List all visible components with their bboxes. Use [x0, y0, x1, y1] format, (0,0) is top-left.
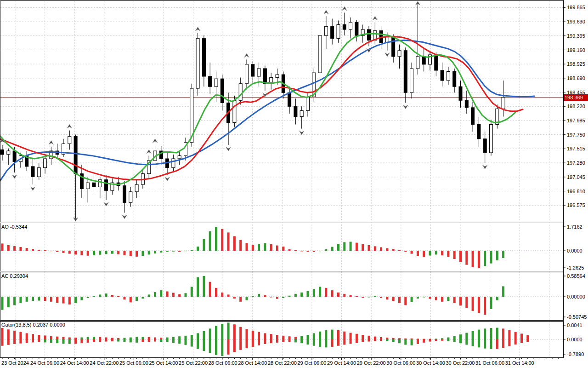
gator-upper-histogram-bar	[154, 338, 156, 340]
price-axis[interactable]: 199.865199.630199.395199.160198.925198.6…	[563, 5, 585, 208]
gator-upper-histogram-bar	[294, 337, 297, 339]
bear-candle-body	[471, 108, 475, 125]
gator-upper-histogram-bar	[404, 339, 407, 339]
ac-histogram-bar	[356, 296, 358, 297]
bull-candle-body	[300, 110, 303, 116]
ao-histogram-bar	[356, 243, 358, 251]
ac-histogram-bar	[13, 297, 16, 305]
bull-candle-body	[98, 180, 102, 187]
ac-indicator-label: AC 0.29304	[1, 273, 28, 279]
gator-lower-histogram-bar	[246, 339, 248, 348]
ao-histogram-bar	[350, 242, 352, 251]
gator-upper-histogram-bar	[26, 333, 28, 339]
gator-upper-histogram-bar	[264, 333, 266, 339]
bull-candle-body	[172, 159, 175, 168]
gator-upper-histogram-bar	[270, 334, 272, 339]
gator-upper-histogram-bar	[246, 329, 248, 339]
gator-upper-histogram-bar	[160, 338, 162, 339]
ao-histogram-bar	[197, 247, 199, 251]
gator-upper-histogram-bar	[514, 332, 517, 339]
bull-candle-body	[129, 192, 132, 203]
gator-upper-histogram-bar	[429, 339, 431, 339]
ao-histogram-bar	[392, 249, 395, 251]
ac-histogram-bar	[447, 297, 449, 301]
gator-upper-histogram-bar	[130, 338, 132, 340]
bear-candle-body	[453, 72, 456, 87]
time-tick-label: 31 Oct 06:00	[475, 360, 504, 366]
ac-histogram-bar	[478, 297, 480, 313]
ac-histogram-bar	[411, 297, 413, 302]
gator-upper-histogram-bar	[87, 337, 89, 340]
gator-lower-histogram-bar	[160, 339, 162, 342]
price-tick-label: 199.160	[567, 47, 585, 53]
ao-histogram-bar	[282, 247, 284, 251]
ac-histogram-bar	[56, 297, 58, 303]
ac-histogram-bar	[239, 297, 242, 302]
gator-lower-histogram-bar	[136, 339, 138, 343]
time-tick-label: 24 Oct 14:00	[60, 360, 89, 366]
ac-histogram-bar	[160, 290, 162, 297]
time-tick-label: 29 Oct 22:00	[357, 360, 386, 366]
ao-histogram-bar	[172, 251, 175, 252]
gator-upper-histogram-bar	[313, 333, 315, 339]
gator-lower-histogram-bar	[380, 339, 382, 341]
ao-histogram-bar	[435, 251, 437, 254]
gator-upper-histogram-bar	[484, 328, 486, 339]
ac-histogram-bar	[288, 296, 291, 297]
indicator-scale-label: 0.0000	[567, 248, 582, 253]
chart-canvas[interactable]: 199.865199.630199.395199.160198.925198.6…	[0, 0, 588, 368]
indicator-scale-label: 0.00000	[567, 294, 585, 299]
bear-candle-body	[92, 183, 96, 187]
bear-candle-body	[263, 69, 266, 84]
ac-histogram-bar	[300, 293, 303, 297]
ao-histogram-bar	[74, 251, 77, 254]
gator-upper-histogram-bar	[50, 336, 52, 339]
ao-histogram-bar	[246, 243, 248, 251]
ao-histogram-bar	[141, 251, 144, 256]
gator-lower-histogram-bar	[417, 339, 419, 344]
gator-lower-histogram-bar	[252, 339, 254, 347]
ac-histogram-bar	[404, 297, 407, 305]
indicator-scale-label: 0.58564	[567, 273, 585, 279]
ao-histogram-bar	[44, 250, 46, 251]
ac-histogram-bar	[246, 297, 248, 300]
gator-upper-histogram-bar	[288, 336, 291, 339]
ao-histogram-bar	[478, 251, 480, 268]
gator-lower-histogram-bar	[300, 339, 303, 343]
price-tick-label: 198.925	[567, 61, 585, 67]
ao-histogram-bar	[209, 231, 211, 251]
gator-upper-histogram-bar	[508, 330, 510, 339]
ao-histogram-bar	[270, 244, 272, 251]
gator-upper-histogram-bar	[362, 335, 364, 339]
ac-histogram-bar	[172, 293, 175, 297]
bear-candle-body	[202, 39, 205, 76]
gator-upper-histogram-bar	[105, 338, 107, 340]
gator-lower-histogram-bar	[459, 339, 462, 343]
price-tick-label: 197.280	[567, 160, 585, 166]
ac-histogram-bar	[368, 297, 370, 298]
ao-histogram-bar	[178, 251, 181, 252]
gator-lower-histogram-bar	[44, 339, 46, 342]
ac-histogram-bar	[1, 297, 4, 310]
ac-histogram-bar	[87, 297, 89, 298]
gator-lower-histogram-bar	[239, 339, 242, 350]
gator-lower-histogram-bar	[484, 339, 486, 349]
ac-histogram-bar	[343, 294, 345, 297]
bear-candle-body	[343, 25, 346, 30]
ac-histogram-bar	[380, 297, 382, 298]
ac-histogram-bar	[197, 277, 199, 297]
price-tick-label: 196.575	[567, 202, 585, 208]
indicator-scale-label: -1.2625	[567, 265, 584, 270]
ao-histogram-bar	[288, 249, 291, 251]
price-tick-label: 197.985	[567, 118, 585, 123]
ac-histogram-bar	[453, 297, 456, 303]
ac-histogram-bar	[441, 297, 443, 302]
bear-candle-body	[74, 137, 77, 174]
gator-lower-histogram-bar	[386, 339, 388, 341]
ac-histogram-bar	[68, 297, 71, 305]
price-tick-label: 197.515	[567, 146, 585, 151]
ac-histogram-bar	[209, 282, 211, 297]
ao-histogram-bar	[80, 251, 83, 255]
ao-histogram-bar	[19, 247, 22, 251]
gator-upper-histogram-bar	[447, 338, 449, 340]
